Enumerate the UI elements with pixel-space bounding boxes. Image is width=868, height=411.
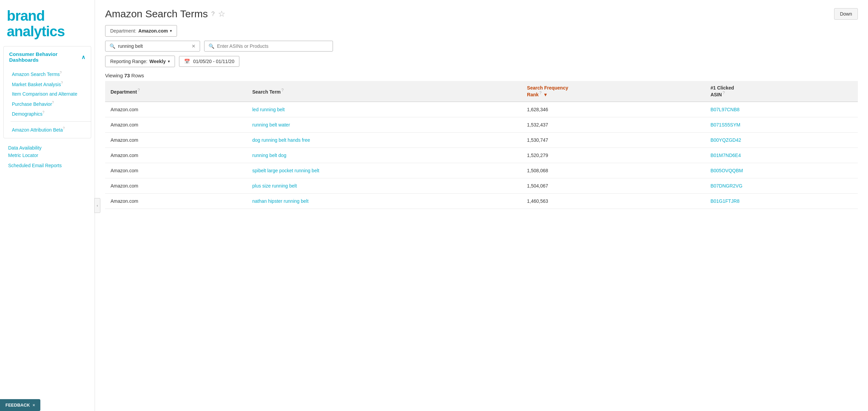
cell-department: Amazon.com (105, 102, 247, 117)
results-table-container: Department? Search Term? Search Frequenc… (95, 81, 868, 411)
cell-clicked-asin[interactable]: B00YQZGD42 (705, 132, 858, 148)
asin-search-icon: 🔍 (209, 43, 214, 49)
cell-frequency-rank: 1,508,068 (521, 163, 705, 178)
feedback-close-icon[interactable]: × (33, 403, 35, 408)
cell-search-term[interactable]: nathan hipster running belt (247, 193, 521, 209)
asin-input-wrapper: 🔍 (204, 41, 333, 52)
cell-clicked-asin[interactable]: B071S55SYM (705, 117, 858, 132)
col-department[interactable]: Department? (105, 81, 247, 102)
viewing-suffix: Rows (131, 73, 144, 78)
search-term-question-icon: ? (281, 88, 284, 93)
asin-input[interactable] (217, 43, 329, 49)
cell-search-term[interactable]: running belt dog (247, 148, 521, 163)
consumer-behavior-header[interactable]: Consumer Behavior Dashboards ∧ (4, 46, 91, 67)
cell-department: Amazon.com (105, 132, 247, 148)
col-clicked-asin[interactable]: #1 ClickedASIN? (705, 81, 858, 102)
sidebar-divider (11, 121, 91, 122)
sidebar-footer: FEEDBACK × (0, 394, 95, 411)
chevron-up-icon: ∧ (81, 54, 85, 60)
cell-department: Amazon.com (105, 148, 247, 163)
viewing-count: 73 (124, 73, 130, 78)
consumer-behavior-nav: Amazon Search Terms? Market Basket Analy… (4, 67, 91, 138)
page-title-text: Amazon Search Terms (105, 8, 208, 20)
cell-frequency-rank: 1,530,747 (521, 132, 705, 148)
cell-clicked-asin[interactable]: B005OVQQBM (705, 163, 858, 178)
cell-frequency-rank: 1,532,437 (521, 117, 705, 132)
cell-search-term[interactable]: dog running belt hands free (247, 132, 521, 148)
sidebar-scheduled-reports: Scheduled Email Reports (0, 161, 95, 172)
dropdown-chevron-icon: ▾ (170, 28, 172, 33)
sidebar-item-demographics[interactable]: Demographics? (11, 109, 91, 119)
table-row: Amazon.com nathan hipster running belt 1… (105, 193, 858, 209)
table-row: Amazon.com dog running belt hands free 1… (105, 132, 858, 148)
main-content: Amazon Search Terms ? ☆ Down Department:… (95, 0, 868, 411)
cell-frequency-rank: 1,520,279 (521, 148, 705, 163)
filters-row: Department: Amazon.com ▾ (95, 25, 868, 41)
date-range-text: 01/05/20 - 01/11/20 (193, 59, 234, 64)
cell-frequency-rank: 1,460,563 (521, 193, 705, 209)
date-range-picker[interactable]: 📅 01/05/20 - 01/11/20 (179, 56, 239, 67)
favorite-star-icon[interactable]: ☆ (218, 9, 225, 19)
sidebar-item-item-comparison[interactable]: Item Comparison and Alternate (11, 89, 91, 99)
department-value: Amazon.com (138, 28, 168, 34)
sidebar-link-metric-locator[interactable]: Metric Locator (8, 153, 86, 158)
table-row: Amazon.com running belt dog 1,520,279 B0… (105, 148, 858, 163)
clear-search-icon[interactable]: ✕ (192, 43, 196, 49)
cell-department: Amazon.com (105, 178, 247, 193)
page-header: Amazon Search Terms ? ☆ Down (95, 0, 868, 25)
calendar-icon: 📅 (184, 59, 190, 64)
reporting-chevron-icon: ▾ (168, 59, 170, 64)
collapse-sidebar-button[interactable]: ‹ (94, 198, 100, 213)
table-row: Amazon.com led running belt 1,628,346 B0… (105, 102, 858, 117)
consumer-behavior-title: Consumer Behavior Dashboards (9, 51, 81, 63)
sidebar-item-amazon-attribution[interactable]: Amazon Attribution Beta? (11, 124, 91, 135)
sfr-question-icon: ? (539, 91, 542, 95)
feedback-label: FEEDBACK (5, 403, 30, 408)
sidebar-item-market-basket[interactable]: Market Basket Analysis? (11, 79, 91, 89)
table-row: Amazon.com spibelt large pocket running … (105, 163, 858, 178)
reporting-range-dropdown[interactable]: Reporting Range: Weekly ▾ (105, 56, 175, 67)
cell-clicked-asin[interactable]: B07DNGR2VG (705, 178, 858, 193)
search-input-wrapper: 🔍 ✕ (105, 41, 200, 52)
sidebar-link-scheduled-reports[interactable]: Scheduled Email Reports (8, 163, 86, 168)
table-row: Amazon.com running belt water 1,532,437 … (105, 117, 858, 132)
cell-search-term[interactable]: plus size running belt (247, 178, 521, 193)
cell-clicked-asin[interactable]: B01M7ND6E4 (705, 148, 858, 163)
cell-frequency-rank: 1,504,067 (521, 178, 705, 193)
consumer-behavior-section: Consumer Behavior Dashboards ∧ Amazon Se… (3, 46, 91, 138)
sidebar-bottom-links: Data Availability Metric Locator (0, 142, 95, 161)
sidebar-item-purchase-behavior[interactable]: Purchase Behavior? (11, 99, 91, 109)
sidebar-item-amazon-search-terms[interactable]: Amazon Search Terms? (11, 69, 91, 79)
search-icon: 🔍 (110, 43, 115, 49)
department-question-icon: ? (138, 88, 140, 93)
brand-logo: brand analytics (0, 0, 95, 46)
viewing-prefix: Viewing (105, 73, 123, 78)
sidebar: brand analytics Consumer Behavior Dashbo… (0, 0, 95, 411)
cell-search-term[interactable]: spibelt large pocket running belt (247, 163, 521, 178)
cell-search-term[interactable]: led running belt (247, 102, 521, 117)
search-row: 🔍 ✕ 🔍 (95, 41, 868, 56)
cell-department: Amazon.com (105, 117, 247, 132)
department-dropdown[interactable]: Department: Amazon.com ▾ (105, 25, 177, 37)
sidebar-link-data-availability[interactable]: Data Availability (8, 145, 86, 151)
title-question-icon: ? (211, 11, 215, 18)
cell-clicked-asin[interactable]: B07L97CNB8 (705, 102, 858, 117)
reporting-label: Reporting Range: (110, 59, 147, 64)
reporting-row: Reporting Range: Weekly ▾ 📅 01/05/20 - 0… (95, 56, 868, 73)
asin-question-icon: ? (723, 91, 725, 95)
cell-department: Amazon.com (105, 193, 247, 209)
feedback-button[interactable]: FEEDBACK × (0, 399, 40, 411)
col-search-term[interactable]: Search Term? (247, 81, 521, 102)
reporting-value: Weekly (150, 59, 166, 64)
page-title: Amazon Search Terms ? ☆ (105, 8, 225, 20)
col-search-frequency-rank[interactable]: Search FrequencyRank? ▾ (521, 81, 705, 102)
cell-search-term[interactable]: running belt water (247, 117, 521, 132)
sort-arrow-icon: ▾ (544, 92, 547, 97)
cell-frequency-rank: 1,628,346 (521, 102, 705, 117)
download-button[interactable]: Down (834, 8, 858, 20)
viewing-rows-label: Viewing 73 Rows (95, 73, 868, 81)
results-table: Department? Search Term? Search Frequenc… (105, 81, 858, 209)
cell-clicked-asin[interactable]: B01G1FTJR8 (705, 193, 858, 209)
search-input[interactable] (118, 43, 189, 49)
cell-department: Amazon.com (105, 163, 247, 178)
